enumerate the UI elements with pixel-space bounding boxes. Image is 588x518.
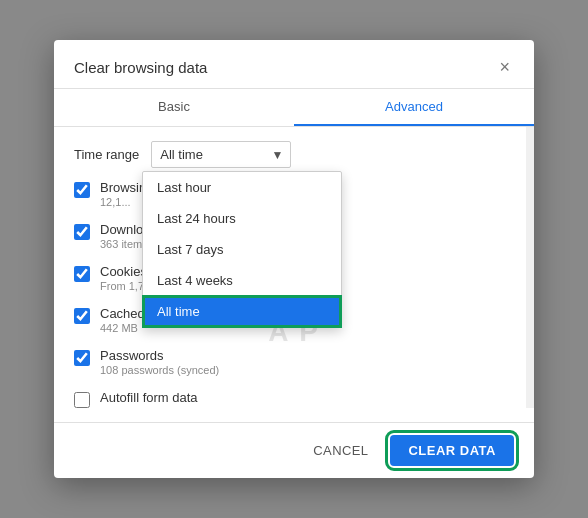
dialog-footer: CANCEL CLEAR DATA [54,422,534,478]
checkbox-label-passwords: Passwords 108 passwords (synced) [100,348,219,376]
dropdown-menu: Last hour Last 24 hours Last 7 days Last… [142,171,342,328]
checkbox-label-autofill: Autofill form data [100,390,198,405]
dialog-title: Clear browsing data [74,59,207,76]
scrollbar[interactable] [526,127,534,408]
checkbox-row-passwords: Passwords 108 passwords (synced) [74,348,514,376]
dropdown-item-last-hour[interactable]: Last hour [143,172,341,203]
checkbox-row-autofill: Autofill form data [74,390,514,408]
clear-data-button[interactable]: CLEAR DATA [390,435,514,466]
cancel-button[interactable]: CANCEL [301,435,380,466]
dropdown-item-last-24h[interactable]: Last 24 hours [143,203,341,234]
dropdown-item-all-time[interactable]: All time [143,296,341,327]
checkbox-cached-images[interactable] [74,308,90,324]
autofill-label: Autofill form data [100,390,198,405]
dropdown-item-last-7d[interactable]: Last 7 days [143,234,341,265]
checkbox-cookies[interactable] [74,266,90,282]
dialog-body: Time range Last hour Last 24 hours Last … [54,127,534,408]
close-button[interactable]: × [495,56,514,78]
dialog-header: Clear browsing data × [54,40,534,89]
tab-basic[interactable]: Basic [54,89,294,126]
time-range-label: Time range [74,147,139,162]
tab-advanced[interactable]: Advanced [294,89,534,126]
passwords-sublabel: 108 passwords (synced) [100,364,219,376]
checkbox-passwords[interactable] [74,350,90,366]
clear-browsing-dialog: Clear browsing data × Basic Advanced Tim… [54,40,534,478]
time-range-row: Time range Last hour Last 24 hours Last … [74,141,514,168]
checkbox-autofill[interactable] [74,392,90,408]
checkbox-browsing-history[interactable] [74,182,90,198]
dropdown-item-last-4w[interactable]: Last 4 weeks [143,265,341,296]
tabs-bar: Basic Advanced [54,89,534,127]
time-range-select[interactable]: Last hour Last 24 hours Last 7 days Last… [151,141,291,168]
passwords-label: Passwords [100,348,219,363]
checkbox-download-history[interactable] [74,224,90,240]
time-range-select-wrapper: Last hour Last 24 hours Last 7 days Last… [151,141,291,168]
